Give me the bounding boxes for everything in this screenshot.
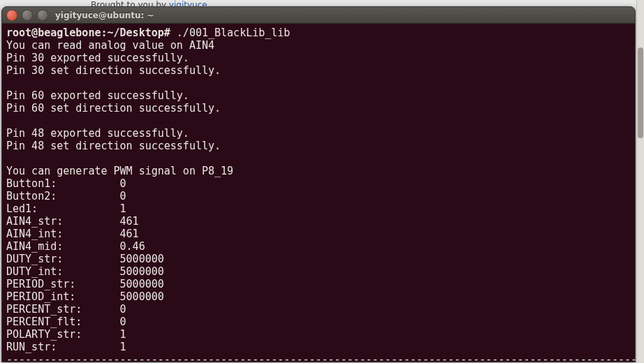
kv-label: PERCENT_flt: [6, 316, 120, 328]
kv-value: 461 [120, 215, 139, 228]
terminal-window: yigityuce@ubuntu: ~ root@beaglebone:~/De… [1, 6, 636, 362]
kv-label: PERCENT_str: [6, 303, 120, 316]
kv-label: Led1: [6, 202, 120, 215]
shell-command: ./001_BlackLib_lib [177, 27, 291, 39]
output-line: Pin 60 exported successfully. [6, 89, 189, 102]
kv-value: 1 [120, 202, 126, 215]
kv-value: 5000000 [120, 265, 164, 278]
kv-row: DUTY_int:5000000 [6, 265, 164, 278]
separator-line: ----------------------------------------… [6, 353, 635, 362]
kv-label: DUTY_int: [6, 265, 120, 278]
kv-value: 0 [120, 316, 126, 328]
kv-value: 5000000 [120, 278, 164, 290]
output-line: Pin 48 exported successfully. [6, 127, 189, 140]
kv-row: PERCENT_flt:0 [6, 316, 126, 328]
window-titlebar[interactable]: yigityuce@ubuntu: ~ [2, 7, 635, 24]
output-line: Pin 30 set direction successfully. [6, 64, 221, 77]
kv-value: 0 [120, 190, 126, 202]
kv-value: 5000000 [120, 253, 164, 265]
shell-prompt: root@beaglebone:~/Desktop# [6, 27, 170, 39]
kv-label: AIN4_mid: [6, 240, 120, 253]
kv-label: PERIOD_int: [6, 290, 120, 303]
kv-label: Button1: [6, 177, 120, 190]
kv-label: AIN4_int: [6, 228, 120, 240]
kv-value: 0 [120, 177, 126, 190]
close-icon[interactable] [6, 10, 17, 21]
kv-value: 0 [120, 303, 126, 316]
kv-value: 1 [120, 328, 126, 341]
minimize-icon[interactable] [22, 10, 33, 21]
kv-label: DUTY_str: [6, 253, 120, 265]
kv-row: Button2:0 [6, 190, 126, 202]
kv-row: AIN4_int:461 [6, 228, 139, 240]
terminal-body[interactable]: root@beaglebone:~/Desktop# ./001_BlackLi… [2, 24, 635, 362]
kv-row: AIN4_str:461 [6, 215, 139, 228]
kv-value: 5000000 [120, 290, 164, 303]
output-line: Pin 60 set direction successfully. [6, 102, 221, 114]
kv-row: AIN4_mid:0.46 [6, 240, 145, 253]
kv-label: PERIOD_str: [6, 278, 120, 290]
kv-row: RUN_str:1 [6, 341, 126, 353]
output-line: Pin 30 exported successfully. [6, 52, 189, 64]
kv-label: POLARTY_str: [6, 328, 120, 341]
page-scrollbar-thumb[interactable] [638, 47, 643, 138]
output-line: You can generate PWM signal on P8_19 [6, 165, 233, 177]
kv-label: Button2: [6, 190, 120, 202]
kv-label: RUN_str: [6, 341, 120, 353]
kv-row: PERIOD_int:5000000 [6, 290, 164, 303]
kv-row: PERCENT_str:0 [6, 303, 126, 316]
page-scrollbar-track[interactable] [636, 0, 644, 363]
window-title: yigityuce@ubuntu: ~ [55, 10, 154, 20]
kv-row: Led1:1 [6, 202, 126, 215]
kv-value: 0.46 [120, 240, 145, 253]
output-line: Pin 48 set direction successfully. [6, 140, 221, 152]
kv-row: PERIOD_str:5000000 [6, 278, 164, 290]
kv-value: 461 [120, 228, 139, 240]
kv-label: AIN4_str: [6, 215, 120, 228]
output-line: You can read analog value on AIN4 [6, 39, 214, 52]
kv-row: DUTY_str:5000000 [6, 253, 164, 265]
kv-value: 1 [120, 341, 126, 353]
kv-row: POLARTY_str:1 [6, 328, 126, 341]
maximize-icon[interactable] [37, 10, 48, 21]
kv-row: Button1:0 [6, 177, 126, 190]
